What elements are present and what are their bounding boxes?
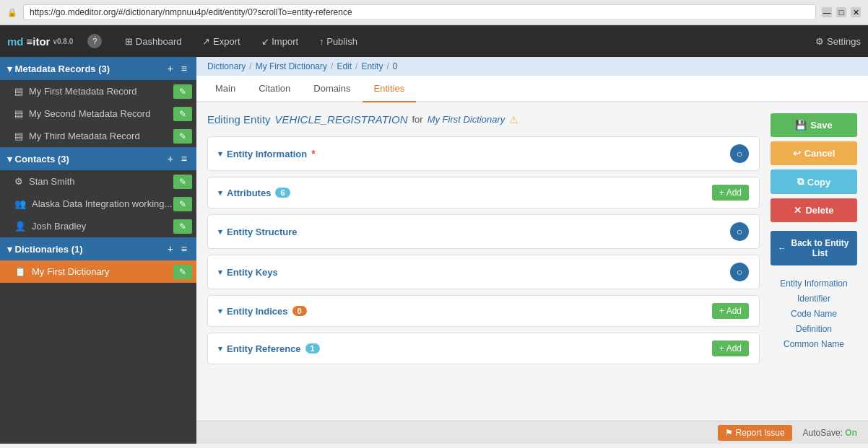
sidebar-edit-my-first-metadata[interactable]: ✎ [173, 84, 192, 99]
breadcrumb-dictionary[interactable]: Dictionary [207, 61, 246, 71]
back-to-entity-list-button[interactable]: ← Back to Entity List [771, 231, 857, 265]
address-bar[interactable]: https://go.mdeditor.org/#/dictionary/nmp… [23, 4, 816, 20]
maximize-button[interactable]: □ [836, 7, 846, 17]
badge-entity-reference: 1 [305, 343, 320, 353]
main-container: ▾ Metadata Records (3) + ≡ ▤ My First Me… [0, 57, 868, 444]
logo-md: md [7, 35, 24, 48]
mini-nav-definition[interactable]: Definition [771, 322, 857, 335]
metadata-icon-1: ▤ [14, 86, 23, 97]
mini-nav-code-name[interactable]: Code Name [771, 307, 857, 320]
sidebar-item-josh-bradley[interactable]: 👤 Josh Bradley ✎ [0, 215, 196, 237]
mini-nav-entity-information[interactable]: Entity Information [771, 277, 857, 290]
accordion-title-entity-reference: ▾ Entity Reference 1 [218, 343, 320, 354]
sidebar-contacts-menu[interactable]: ≡ [179, 153, 189, 164]
sidebar-dictionaries-add[interactable]: + [165, 243, 175, 255]
sidebar-edit-alaska[interactable]: ✎ [173, 197, 192, 211]
breadcrumb-my-first-dictionary[interactable]: My First Dictionary [256, 61, 327, 71]
sidebar-edit-stan[interactable]: ✎ [173, 175, 192, 189]
info-circle-entity-information[interactable]: ○ [730, 144, 749, 163]
nav-dashboard[interactable]: ⊞ Dashboard [116, 32, 190, 51]
close-button[interactable]: ✕ [851, 7, 861, 17]
sidebar: ▾ Metadata Records (3) + ≡ ▤ My First Me… [0, 57, 196, 444]
breadcrumb-edit[interactable]: Edit [337, 61, 352, 71]
chevron-entity-reference: ▾ [218, 344, 222, 353]
report-issue-button[interactable]: ⚑ Report Issue [718, 425, 791, 441]
breadcrumb-sep-1: / [249, 61, 251, 71]
sidebar-item-stan-smith[interactable]: ⚙ Stan Smith ✎ [0, 170, 196, 193]
sidebar-item-my-first-metadata[interactable]: ▤ My First Metadata Record ✎ [0, 80, 196, 102]
tab-main[interactable]: Main [204, 76, 247, 102]
app: md≡itorv0.8.0 ? ⊞ Dashboard ↗ Export ↙ I… [0, 25, 868, 444]
warning-icon: ⚠ [509, 114, 518, 126]
back-icon: ← [778, 243, 786, 253]
cancel-button[interactable]: ↩ Cancel [771, 141, 857, 165]
sidebar-item-my-third-metadata[interactable]: ▤ My Third Metadata Record ✎ [0, 125, 196, 147]
save-button[interactable]: 💾 Save [771, 113, 857, 137]
settings-link[interactable]: ⚙ Settings [815, 36, 861, 47]
accordion-entity-indices: ▾ Entity Indices 0 + Add [207, 295, 760, 327]
top-nav: md≡itorv0.8.0 ? ⊞ Dashboard ↗ Export ↙ I… [0, 25, 868, 57]
right-panel: 💾 Save ↩ Cancel ⧉ Copy ✕ Delete [771, 113, 857, 410]
lock-icon: 🔒 [7, 8, 17, 17]
sidebar-item-my-second-metadata[interactable]: ▤ My Second Metadata Record ✎ [0, 102, 196, 125]
delete-button[interactable]: ✕ Delete [771, 198, 857, 222]
mini-nav-identifier[interactable]: Identifier [771, 292, 857, 305]
accordion-header-entity-indices[interactable]: ▾ Entity Indices 0 + Add [208, 296, 759, 326]
sidebar-item-alaska-label: Alaska Data Integration working... [32, 198, 189, 209]
save-icon: 💾 [795, 120, 807, 131]
sidebar-edit-josh[interactable]: ✎ [173, 219, 192, 234]
tab-entities[interactable]: Entities [363, 76, 417, 102]
autosave-value: On [845, 428, 857, 438]
accordion-header-entity-structure[interactable]: ▾ Entity Structure ○ [208, 215, 759, 248]
nav-export[interactable]: ↗ Export [194, 32, 248, 51]
sidebar-edit-my-third-metadata[interactable]: ✎ [173, 129, 192, 144]
breadcrumb-entity[interactable]: Entity [361, 61, 383, 71]
mini-nav-common-name[interactable]: Common Name [771, 338, 857, 351]
minimize-button[interactable]: — [822, 7, 832, 17]
sidebar-dictionaries-controls: + ≡ [165, 243, 189, 255]
dictionary-icon: 📋 [14, 266, 26, 277]
add-entity-reference-button[interactable]: + Add [712, 341, 749, 356]
tab-citation[interactable]: Citation [247, 76, 302, 102]
sidebar-item-alaska[interactable]: 👥 Alaska Data Integration working... ✎ [0, 193, 196, 215]
help-button[interactable]: ? [87, 34, 102, 48]
required-star: * [311, 148, 315, 159]
add-attributes-button[interactable]: + Add [712, 185, 749, 201]
add-entity-indices-button[interactable]: + Add [712, 303, 749, 319]
sidebar-metadata-add[interactable]: + [165, 63, 175, 74]
sidebar-section-dictionaries[interactable]: ▾ Dictionaries (1) + ≡ [0, 237, 196, 260]
title-prefix: Editing Entity [207, 113, 271, 126]
sidebar-dictionaries-menu[interactable]: ≡ [179, 243, 189, 255]
sidebar-section-dictionaries-title: ▾ Dictionaries (1) [7, 244, 83, 255]
sidebar-section-contacts[interactable]: ▾ Contacts (3) + ≡ [0, 147, 196, 170]
copy-icon: ⧉ [797, 176, 804, 188]
sidebar-metadata-menu[interactable]: ≡ [179, 63, 189, 74]
copy-button[interactable]: ⧉ Copy [771, 170, 857, 194]
content-area: Dictionary / My First Dictionary / Edit … [196, 57, 868, 444]
nav-import[interactable]: ↙ Import [253, 32, 307, 51]
nav-publish[interactable]: ↑ Publish [311, 32, 366, 51]
accordion-title-entity-keys: ▾ Entity Keys [218, 267, 278, 278]
sidebar-contacts-add[interactable]: + [165, 153, 175, 164]
accordion-header-entity-information[interactable]: ▾ Entity Information * ○ [208, 137, 759, 170]
sidebar-metadata-controls: + ≡ [165, 63, 189, 74]
info-circle-entity-keys[interactable]: ○ [730, 263, 749, 281]
tab-domains[interactable]: Domains [302, 76, 362, 102]
sidebar-section-metadata[interactable]: ▾ Metadata Records (3) + ≡ [0, 57, 196, 80]
window-controls: — □ ✕ [822, 7, 861, 17]
badge-attributes: 6 [275, 188, 290, 198]
accordion-header-attributes[interactable]: ▾ Attributes 6 + Add [208, 177, 759, 208]
accordion-header-entity-keys[interactable]: ▾ Entity Keys ○ [208, 255, 759, 289]
sidebar-section-metadata-title: ▾ Metadata Records (3) [7, 63, 110, 74]
accordion-title-attributes: ▾ Attributes 6 [218, 188, 290, 198]
sidebar-edit-my-second-metadata[interactable]: ✎ [173, 107, 192, 121]
accordion-entity-information: ▾ Entity Information * ○ [207, 136, 760, 171]
info-circle-entity-structure[interactable]: ○ [730, 222, 749, 241]
autosave-label: AutoSave: On [803, 428, 857, 438]
accordion-header-entity-reference[interactable]: ▾ Entity Reference 1 + Add [208, 333, 759, 364]
accordion-entity-structure: ▾ Entity Structure ○ [207, 214, 760, 249]
cancel-icon: ↩ [793, 148, 801, 159]
sidebar-edit-dictionary[interactable]: ✎ [173, 265, 192, 279]
sidebar-item-my-first-dictionary[interactable]: 📋 My First Dictionary ✎ [0, 260, 196, 283]
contact-icon-stan: ⚙ [14, 176, 23, 187]
